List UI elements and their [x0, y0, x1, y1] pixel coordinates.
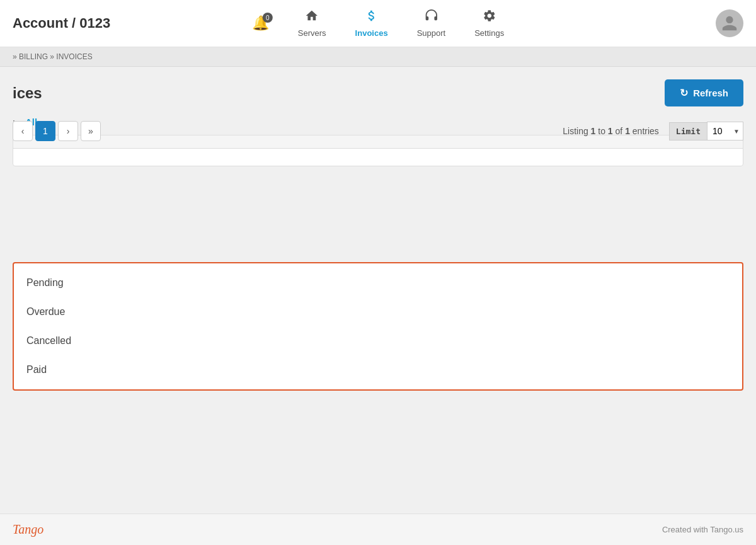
home-icon: [305, 9, 319, 26]
account-title: Account / 0123: [13, 15, 110, 32]
limit-select[interactable]: 10 25 50 100: [707, 122, 743, 141]
notification-badge: 0: [263, 13, 273, 23]
last-page-button[interactable]: »: [81, 121, 101, 141]
pagination-row: ‹ 1 › » Listing 1 to 1 of 1 entries Limi…: [13, 121, 743, 141]
dropdown-item-pending[interactable]: Pending: [14, 268, 742, 297]
breadcrumb: » BILLING » INVOICES: [0, 47, 756, 67]
dropdown-item-paid[interactable]: Paid: [14, 355, 742, 384]
gear-icon: [483, 9, 496, 26]
pagination-info: Listing 1 to 1 of 1 entries: [563, 126, 659, 136]
invoices-label: Invoices: [355, 28, 388, 38]
pagination-controls: ‹ 1 › »: [13, 121, 101, 141]
refresh-icon: ↻: [680, 87, 688, 99]
notification-bell[interactable]: 🔔 0: [241, 10, 280, 37]
refresh-button[interactable]: ↻ Refresh: [665, 79, 743, 106]
page-title: ices: [13, 84, 42, 102]
nav-support[interactable]: Support: [406, 4, 457, 43]
limit-label: Limit: [669, 122, 707, 141]
footer: Tango Created with Tango.us: [0, 513, 756, 545]
limit-select-wrapper: 10 25 50 100: [707, 122, 743, 141]
main-content: ices ↻ Refresh : All Pending Overdue Can…: [0, 67, 756, 179]
settings-label: Settings: [474, 28, 504, 38]
header: Account / 0123 🔔 0 Servers Invoices Supp…: [0, 0, 756, 47]
page-1-button[interactable]: 1: [35, 121, 55, 141]
support-icon: [424, 9, 438, 26]
prev-first-page-button[interactable]: ‹: [13, 121, 33, 141]
nav-servers[interactable]: Servers: [287, 4, 338, 43]
main-nav: 🔔 0 Servers Invoices Support Sett: [241, 4, 515, 43]
page-header: ices ↻ Refresh: [13, 79, 743, 106]
status-dropdown: Pending Overdue Cancelled Paid: [13, 262, 743, 391]
limit-control: Limit 10 25 50 100: [669, 122, 743, 141]
nav-invoices[interactable]: Invoices: [344, 4, 399, 43]
servers-label: Servers: [298, 28, 326, 38]
nav-settings[interactable]: Settings: [463, 4, 515, 43]
dropdown-item-overdue[interactable]: Overdue: [14, 297, 742, 326]
tango-logo: Tango: [13, 522, 43, 537]
support-label: Support: [417, 28, 446, 38]
user-avatar[interactable]: [716, 9, 743, 37]
dollar-icon: [365, 9, 379, 26]
refresh-label: Refresh: [693, 88, 728, 98]
dropdown-item-cancelled[interactable]: Cancelled: [14, 326, 742, 355]
footer-credit: Created with Tango.us: [662, 525, 743, 534]
next-page-button[interactable]: ›: [58, 121, 78, 141]
